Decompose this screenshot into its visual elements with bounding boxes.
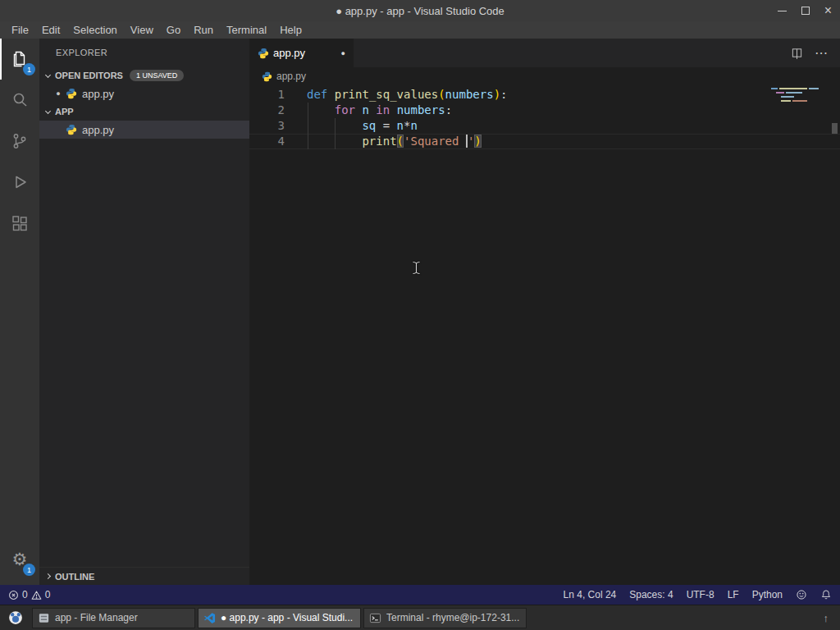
tab-app-py[interactable]: app.py ● <box>249 39 354 67</box>
code-token: def <box>307 88 327 101</box>
taskbar-button-vscode[interactable]: ● app.py - app - Visual Studi... <box>198 608 361 628</box>
explorer-badge: 1 <box>23 63 35 75</box>
code-token: ) <box>494 88 500 101</box>
line-number[interactable]: 1 <box>249 87 307 103</box>
problems-status[interactable]: 0 0 <box>8 589 50 600</box>
line-number[interactable]: 4 <box>249 134 307 149</box>
code-token: for <box>335 103 355 116</box>
run-debug-icon[interactable] <box>0 162 39 203</box>
code-token: n <box>362 103 368 116</box>
code-token: 'Squared <box>404 135 466 148</box>
maximize-icon[interactable] <box>801 7 810 15</box>
explorer-sidebar: EXPLORER OPEN EDITORS 1 UNSAVED ● app.py… <box>39 39 249 585</box>
file-manager-icon <box>38 612 50 624</box>
code-token: = <box>376 119 396 132</box>
gear-icon[interactable]: ⚙ 1 <box>0 539 39 580</box>
code-token: print_sq_values <box>335 88 438 101</box>
feedback-icon[interactable] <box>796 589 807 600</box>
applications-menu-button[interactable] <box>2 607 30 629</box>
chevron-down-icon <box>45 71 51 77</box>
code-token: numbers <box>445 88 494 101</box>
minimap-line <box>771 100 829 102</box>
unsaved-badge: 1 UNSAVED <box>130 70 184 81</box>
indentation-status[interactable]: Spaces: 4 <box>629 589 673 600</box>
code-token <box>307 103 335 116</box>
tab-bar: app.py ● ⋯ <box>249 39 840 67</box>
menu-bar: File Edit Selection View Go Run Terminal… <box>0 21 840 39</box>
file-name: app.py <box>82 88 114 100</box>
taskbar-button-label: app - File Manager <box>55 612 138 623</box>
tab-label: app.py <box>273 47 305 59</box>
code-line[interactable]: 3 sq = n*n <box>249 118 840 134</box>
menu-selection[interactable]: Selection <box>66 24 123 36</box>
taskbar-button-label: Terminal - rhyme@ip-172-31... <box>386 612 519 623</box>
warning-count: 0 <box>45 589 51 600</box>
code-token: : <box>500 88 507 101</box>
activity-bar: 1 <box>0 39 39 585</box>
menu-go[interactable]: Go <box>160 24 187 36</box>
encoding-status[interactable]: UTF-8 <box>687 589 714 600</box>
code-text[interactable]: for n in numbers: <box>307 103 452 118</box>
error-icon <box>8 590 19 600</box>
modified-dot-icon[interactable]: ● <box>341 49 345 57</box>
window-controls: × <box>778 0 832 21</box>
modified-dot-icon[interactable]: ● <box>51 89 66 98</box>
code-text[interactable]: def print_sq_values(numbers): <box>307 87 508 103</box>
code-line[interactable]: 2 for n in numbers: <box>249 103 840 118</box>
sidebar-title: EXPLORER <box>39 39 249 66</box>
breadcrumb-item[interactable]: app.py <box>276 71 306 82</box>
eol-status[interactable]: LF <box>728 589 739 600</box>
code-line[interactable]: 4 print('Squared ') <box>249 134 840 149</box>
terminal-icon <box>369 612 381 624</box>
chevron-down-icon <box>45 107 51 113</box>
line-number[interactable]: 3 <box>249 118 307 134</box>
source-control-icon[interactable] <box>0 121 39 162</box>
folder-header-app[interactable]: APP <box>39 103 249 121</box>
minimap[interactable] <box>771 88 829 104</box>
code-token: ( <box>438 88 445 101</box>
code-text[interactable]: sq = n*n <box>307 118 418 134</box>
editor-group: app.py ● ⋯ app.py 1def print_sq_ <box>249 39 840 585</box>
bell-icon[interactable] <box>820 589 832 600</box>
status-bar: 0 0 Ln 4, Col 24 Spaces: 4 UTF-8 LF Pyth… <box>0 585 840 605</box>
minimap-line <box>771 88 829 89</box>
warning-icon <box>31 590 42 600</box>
explorer-icon[interactable]: 1 <box>0 39 39 80</box>
menu-edit[interactable]: Edit <box>35 24 66 36</box>
error-count: 0 <box>22 589 28 600</box>
overview-ruler-mark[interactable] <box>832 123 838 134</box>
extensions-icon[interactable] <box>0 203 39 244</box>
code-token: numbers <box>397 103 445 116</box>
minimap-line <box>771 92 829 94</box>
menu-help[interactable]: Help <box>273 24 308 36</box>
code-token: ) <box>474 135 481 148</box>
code-text[interactable]: print('Squared ') <box>307 134 482 149</box>
code-token: n <box>397 119 404 132</box>
open-editor-item-app-py[interactable]: ● app.py <box>39 84 249 103</box>
open-editors-header[interactable]: OPEN EDITORS 1 UNSAVED <box>39 66 249 84</box>
search-icon[interactable] <box>0 80 39 121</box>
more-actions-icon[interactable]: ⋯ <box>815 45 829 61</box>
language-mode-status[interactable]: Python <box>752 589 783 600</box>
panel-up-arrow-icon[interactable]: ↑ <box>824 612 839 624</box>
taskbar-button-file-manager[interactable]: app - File Manager <box>32 608 195 628</box>
menu-terminal[interactable]: Terminal <box>220 24 273 36</box>
split-editor-icon[interactable] <box>791 47 803 59</box>
cursor-position-status[interactable]: Ln 4, Col 24 <box>564 589 617 600</box>
taskbar-button-terminal[interactable]: Terminal - rhyme@ip-172-31... <box>363 608 527 628</box>
python-file-icon <box>262 71 272 82</box>
code-token: print <box>362 135 396 148</box>
code-editor[interactable]: 1def print_sq_values(numbers):2 for n in… <box>249 85 840 585</box>
menu-run[interactable]: Run <box>187 24 220 36</box>
desktop: ● app.py - app - Visual Studio Code × Fi… <box>0 0 840 630</box>
code-line[interactable]: 1def print_sq_values(numbers): <box>249 87 840 103</box>
window-title: ● app.py - app - Visual Studio Code <box>336 5 504 17</box>
menu-file[interactable]: File <box>5 24 35 36</box>
line-number[interactable]: 2 <box>249 103 307 118</box>
close-icon[interactable]: × <box>824 4 832 17</box>
outline-header[interactable]: OUTLINE <box>39 567 249 585</box>
code-token: : <box>445 103 452 116</box>
minimize-icon[interactable] <box>778 11 787 11</box>
menu-view[interactable]: View <box>124 24 160 36</box>
file-item-app-py[interactable]: app.py <box>39 121 249 139</box>
